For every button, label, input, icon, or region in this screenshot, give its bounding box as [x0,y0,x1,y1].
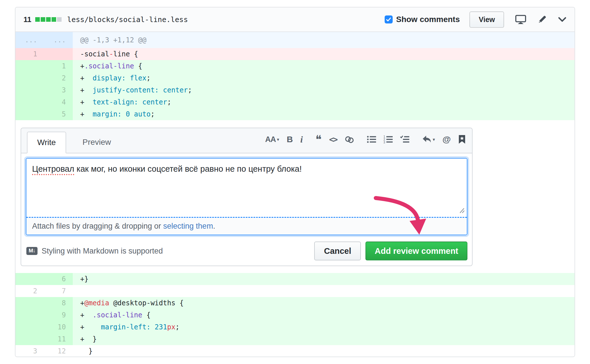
diff-code-line: + } [73,333,575,345]
diff-code-line [73,285,575,297]
diff-code-line: } [73,345,575,357]
diff-code-line: + margin-left: 231px; [73,321,575,333]
comment-text[interactable]: Центровал как мог, но иконки соцсетей вс… [26,159,467,217]
diff-code-line: -social-line { [73,48,575,60]
unordered-list-icon[interactable] [367,135,376,143]
diff-row: 312 } [15,345,575,357]
line-number-old[interactable] [15,84,44,96]
line-number-new[interactable]: 4 [44,96,73,108]
diff-code-line: +@media @desktop-widths { [73,297,575,309]
line-number-new[interactable]: 5 [44,108,73,120]
link-icon[interactable] [345,135,354,144]
text-size-icon[interactable]: AA ▾ [265,135,279,144]
bold-icon[interactable]: B [287,134,293,144]
diffstat-block [52,17,56,22]
line-number-new[interactable]: 3 [44,84,73,96]
line-number-new[interactable]: 1 [44,60,73,72]
diff-code-line: +} [73,273,575,285]
line-number-old[interactable] [15,297,44,309]
ordered-list-icon[interactable]: 1 2 3 [384,135,393,143]
line-number-old[interactable] [15,273,44,285]
diff-code-line: +.social-line { [73,60,575,72]
diff-file-card: 11 less/blocks/social-line.less Show com… [15,7,575,357]
diff-code-line: + display: flex; [73,72,575,84]
line-number-new[interactable]: 10 [44,321,73,333]
attach-select-link[interactable]: selecting them [163,222,213,230]
line-number-old[interactable] [15,72,44,84]
line-number-new[interactable]: 2 [44,72,73,84]
diff-row: 6+} [15,273,575,285]
pencil-icon[interactable] [537,15,547,24]
diff-row: 1-social-line { [15,48,575,60]
diff-rows-top: ......@@ -1,3 +1,12 @@1-social-line {1+.… [15,32,575,120]
svg-text:3: 3 [384,141,385,143]
diff-row: 8+@media @desktop-widths { [15,297,575,309]
diff-row: 5+ margin: 0 auto; [15,108,575,120]
tab-write[interactable]: Write [27,132,66,153]
cancel-button[interactable]: Cancel [314,242,361,260]
mention-icon[interactable]: @ [442,134,451,144]
comment-textarea[interactable]: Центровал как мог, но иконки соцсетей вс… [26,158,467,235]
diff-code-line: + text-align: center; [73,96,575,108]
show-comments-label[interactable]: Show comments [396,15,460,24]
chevron-down-icon[interactable] [558,16,567,23]
line-number-new[interactable]: 11 [44,333,73,345]
line-number-old[interactable]: 2 [15,285,44,297]
line-number-old[interactable] [15,309,44,321]
italic-icon[interactable]: i [300,134,303,145]
attach-hint: Attach files by dragging & dropping or [32,222,163,230]
line-number-new[interactable]: 8 [44,297,73,309]
bookmark-icon[interactable] [458,135,466,144]
comment-text-rest: как мог, но иконки соцсетей всё равно не… [74,164,302,173]
tab-preview[interactable]: Preview [73,132,121,153]
line-number-new[interactable]: 12 [44,345,73,357]
misspelled-word: Центровал [32,164,74,173]
diff-rows-bottom: 6+}278+@media @desktop-widths {9+ .socia… [15,273,575,357]
diff-row: 27 [15,285,575,297]
line-number-old[interactable]: 3 [15,345,44,357]
inline-comment-row: Write Preview AA ▾ B i ❝ <> [15,120,575,273]
attach-files-bar: Attach files by dragging & dropping or s… [26,217,467,235]
diff-row: 2+ display: flex; [15,72,575,84]
diff-row: 9+ .social-line { [15,309,575,321]
line-number-new[interactable]: 9 [44,309,73,321]
line-number-old[interactable] [15,108,44,120]
line-number-new[interactable]: 7 [44,285,73,297]
view-button[interactable]: View [469,11,504,28]
line-number-old[interactable] [15,333,44,345]
comment-form: Write Preview AA ▾ B i ❝ <> [21,128,473,266]
diff-row: 10+ margin-left: 231px; [15,321,575,333]
diff-code-line: + margin: 0 auto; [73,108,575,120]
line-number-old[interactable] [15,321,44,333]
code-icon[interactable]: <> [329,135,337,144]
resize-handle-icon[interactable] [458,208,465,215]
line-number-old: ... [15,32,44,48]
markdown-icon: M↓ [26,247,38,255]
file-name: less/blocks/social-line.less [67,15,188,24]
line-number-new[interactable] [44,48,73,60]
line-number-old[interactable] [15,60,44,72]
diff-code-line: + justify-content: center; [73,84,575,96]
comment-form-footer: M↓ Styling with Markdown is supported Ca… [21,240,472,266]
monitor-icon[interactable] [515,14,526,25]
line-number-old[interactable] [15,96,44,108]
diff-row: 3+ justify-content: center; [15,84,575,96]
changes-count: 11 [23,15,32,24]
comment-tab-bar: Write Preview AA ▾ B i ❝ <> [21,128,472,153]
markdown-note: Styling with Markdown is supported [42,247,163,256]
line-number-new: ... [44,32,73,48]
markdown-toolbar: AA ▾ B i ❝ <> [253,128,466,151]
check-icon [386,17,392,22]
diffstat-block [57,17,62,22]
line-number-old[interactable]: 1 [15,48,44,60]
diffstat-block [35,17,40,22]
show-comments-checkbox[interactable] [385,15,393,23]
line-number-new[interactable]: 6 [44,273,73,285]
saved-reply-icon[interactable]: ▾ [422,135,435,144]
task-list-icon[interactable] [400,135,409,143]
diffstat-block [46,17,51,22]
diff-code-line: @@ -1,3 +1,12 @@ [73,32,575,48]
add-review-comment-button[interactable]: Add review comment [365,242,467,260]
file-header: 11 less/blocks/social-line.less Show com… [15,7,575,32]
quote-icon[interactable]: ❝ [315,135,322,144]
